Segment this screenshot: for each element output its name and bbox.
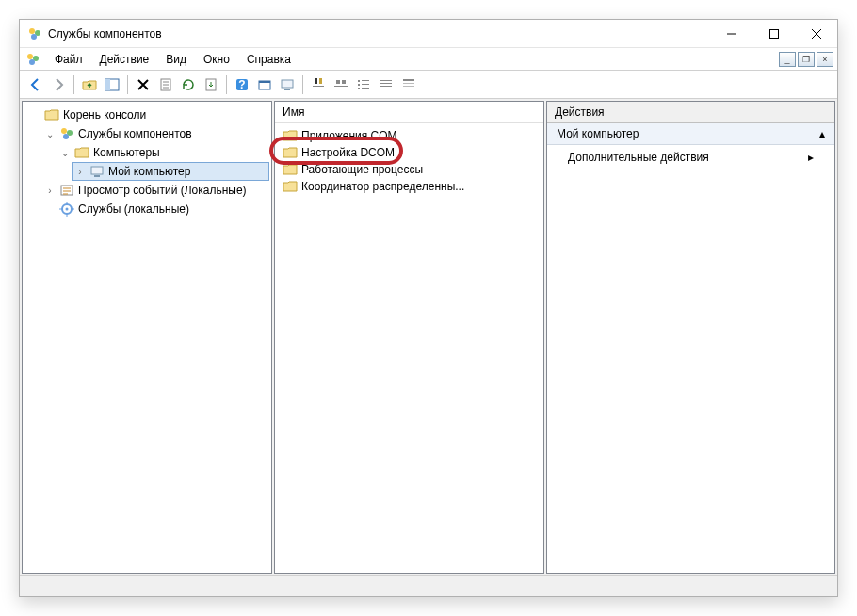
column-header-name[interactable]: Имя <box>275 102 543 123</box>
svg-point-46 <box>66 208 69 211</box>
svg-rect-29 <box>358 88 360 89</box>
svg-rect-8 <box>105 79 110 90</box>
collapse-icon[interactable]: ⌄ <box>59 148 71 158</box>
collapse-icon[interactable]: ⌄ <box>44 129 56 139</box>
tree-services-local[interactable]: Службы (локальные) <box>41 200 269 219</box>
tree-label: Мой компьютер <box>108 165 190 178</box>
separator <box>73 75 74 94</box>
svg-rect-24 <box>334 89 348 89</box>
console-tree[interactable]: Корень консоли ⌄ Службы компонентов <box>24 105 269 219</box>
properties-button[interactable] <box>155 74 176 95</box>
list-body[interactable]: Приложения COM Настройка DCOM Работающие… <box>275 123 543 573</box>
separator <box>302 75 303 94</box>
component-services-icon <box>59 126 74 141</box>
delete-button[interactable] <box>133 74 154 95</box>
mdi-restore-button[interactable]: ❐ <box>798 52 815 67</box>
svg-rect-3 <box>769 29 778 38</box>
menu-action[interactable]: Действие <box>91 49 158 70</box>
view-status-button[interactable] <box>308 74 329 95</box>
new-window-button[interactable] <box>254 74 275 95</box>
actions-section-my-computer[interactable]: Мой компьютер ▴ <box>547 123 834 145</box>
svg-rect-28 <box>362 84 369 85</box>
svg-rect-30 <box>362 88 369 89</box>
expand-icon[interactable]: › <box>44 186 56 196</box>
list-item-com-apps[interactable]: Приложения COM <box>281 127 538 144</box>
tree-label: Компьютеры <box>93 146 160 159</box>
svg-rect-27 <box>358 84 360 86</box>
svg-rect-34 <box>380 89 392 89</box>
menubar-row: Файл Действие Вид Окно Справка _ ❐ × <box>20 48 837 71</box>
collapse-arrow-icon: ▴ <box>819 127 825 140</box>
menu-help[interactable]: Справка <box>238 49 299 70</box>
actions-pane: Действия Мой компьютер ▴ Дополнительные … <box>546 101 835 574</box>
tree-pane[interactable]: Корень консоли ⌄ Службы компонентов <box>22 101 272 574</box>
list-item-dtc[interactable]: Координатор распределенны... <box>281 178 538 195</box>
svg-rect-35 <box>403 79 414 81</box>
separator <box>127 75 128 94</box>
menu-window[interactable]: Окно <box>195 49 238 70</box>
folder-icon <box>283 128 298 143</box>
mdi-close-button[interactable]: × <box>817 52 833 67</box>
svg-rect-19 <box>313 86 324 87</box>
view-list-button[interactable] <box>376 74 396 95</box>
tree-root[interactable]: Корень консоли <box>26 105 269 124</box>
view-large-icons-button[interactable] <box>331 74 351 95</box>
menu-app-icon <box>25 52 40 67</box>
list-item-processes[interactable]: Работающие процессы <box>281 161 538 178</box>
event-viewer-icon <box>59 183 74 198</box>
mdi-minimize-button[interactable]: _ <box>779 52 796 67</box>
svg-point-41 <box>63 134 69 139</box>
computer-button[interactable] <box>277 74 298 95</box>
help-button[interactable]: ? <box>232 74 252 95</box>
minimize-button[interactable] <box>710 20 752 47</box>
svg-rect-42 <box>91 167 103 174</box>
refresh-button[interactable] <box>178 74 199 95</box>
folder-icon <box>74 145 89 160</box>
tree-computers[interactable]: ⌄ Компьютеры <box>57 143 269 162</box>
forward-button[interactable] <box>48 74 69 95</box>
titlebar: Службы компонентов <box>20 20 837 48</box>
tree-event-viewer[interactable]: › Просмотр событий (Локальные) <box>41 181 269 200</box>
list-item-dcom[interactable]: Настройка DCOM <box>281 144 538 161</box>
expand-icon[interactable]: › <box>74 167 86 177</box>
svg-rect-33 <box>380 86 392 87</box>
view-small-icons-button[interactable] <box>353 74 374 95</box>
up-folder-button[interactable] <box>79 74 100 95</box>
actions-more-label: Дополнительные действия <box>568 151 709 164</box>
svg-rect-36 <box>403 83 414 84</box>
app-icon <box>27 26 42 41</box>
toolbar: ? <box>20 71 837 99</box>
body: Корень консоли ⌄ Службы компонентов <box>20 99 837 575</box>
list-label: Координатор распределенны... <box>301 180 464 193</box>
actions-more-link[interactable]: Дополнительные действия ▸ <box>547 145 834 170</box>
window-title: Службы компонентов <box>48 27 710 41</box>
svg-text:?: ? <box>238 78 245 91</box>
back-button[interactable] <box>25 74 46 95</box>
tree-label: Корень консоли <box>63 108 146 122</box>
list-pane: Имя Приложения COM Настройка DCOM Работа… <box>274 101 544 574</box>
menu-view[interactable]: Вид <box>157 49 195 70</box>
menu-file[interactable]: Файл <box>46 49 91 70</box>
export-list-button[interactable] <box>201 74 221 95</box>
component-services-window: Службы компонентов Файл Действие Вид Окн… <box>19 19 838 597</box>
tree-my-computer[interactable]: › Мой компьютер <box>72 162 269 181</box>
svg-rect-26 <box>362 80 369 81</box>
svg-point-4 <box>27 54 33 59</box>
svg-rect-20 <box>313 89 324 89</box>
close-button[interactable] <box>795 20 837 47</box>
svg-rect-21 <box>336 80 340 84</box>
svg-point-2 <box>31 34 37 40</box>
svg-point-0 <box>29 28 35 34</box>
maximize-button[interactable] <box>752 20 795 47</box>
actions-header: Действия <box>547 102 834 123</box>
tree-label: Просмотр событий (Локальные) <box>78 184 247 197</box>
svg-rect-25 <box>358 80 360 82</box>
view-detail-button[interactable] <box>398 74 419 95</box>
svg-rect-31 <box>380 80 392 81</box>
svg-rect-17 <box>315 78 317 84</box>
separator <box>226 75 227 94</box>
show-hide-tree-button[interactable] <box>102 74 122 95</box>
tree-component-services[interactable]: ⌄ Службы компонентов <box>41 124 269 143</box>
svg-rect-16 <box>284 89 290 90</box>
svg-rect-15 <box>282 80 293 88</box>
